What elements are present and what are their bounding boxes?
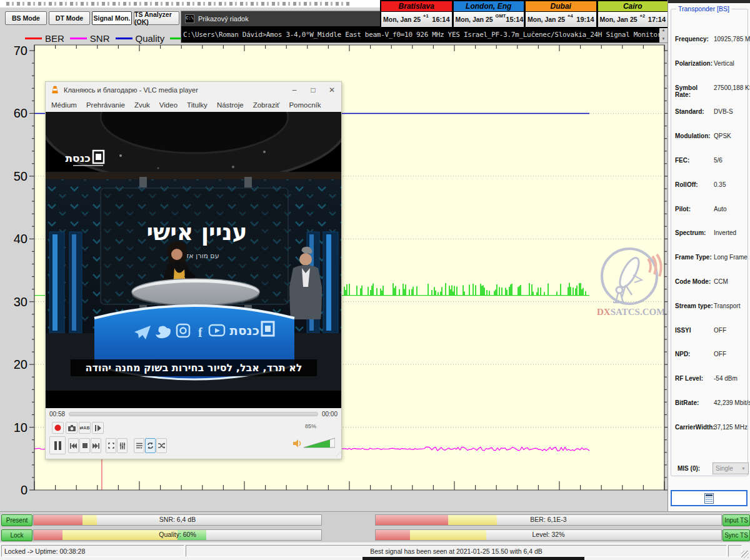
mis-dropdown[interactable]: Single ▼ [712, 462, 749, 474]
clock-timezone: GMT [496, 13, 506, 19]
random-button[interactable] [156, 438, 167, 453]
signal-mon-button[interactable]: Signal Mon. [92, 11, 132, 25]
pause-button[interactable] [49, 436, 66, 454]
maximize-button[interactable]: □ [304, 82, 322, 98]
bs-mode-button[interactable]: BS Mode [5, 11, 47, 25]
field-value: 27500,188 KS/s [714, 84, 750, 98]
legend-swatch [70, 38, 87, 39]
field-value: Auto [714, 206, 727, 212]
dt-mode-button[interactable]: DT Mode [49, 11, 90, 25]
transponder-title: Transponder [BS] [676, 5, 731, 12]
playlist-icon [136, 442, 142, 449]
vlc-menubar: MédiumPrehrávanieZvukVideoTitulkyNástroj… [46, 98, 341, 112]
transponder-field-codemode: Code Mode:CCM [675, 278, 745, 285]
console-scrollbar[interactable]: ▲ ▼ [659, 26, 668, 42]
ts-log-button[interactable] [671, 490, 748, 506]
ab-loop-button[interactable]: ⇄AB [79, 422, 91, 434]
loop-button[interactable] [145, 438, 156, 453]
legend-label: BER [45, 33, 64, 44]
clock-date: Mon, Jan 25 [600, 16, 638, 23]
field-value: Transport [714, 302, 740, 309]
volume-percent: 85% [305, 423, 316, 429]
clock-timezone: +2 [640, 13, 646, 19]
clock-cairo: CairoMon, Jan 25+217:14 [597, 0, 669, 28]
transponder-field-fec: FEC:5/6 [675, 157, 745, 164]
world-clocks: BratislavaMon, Jan 25+116:14London, EngM… [380, 0, 669, 28]
menu-item-zobrazi[interactable]: Zobraziť [253, 101, 280, 109]
bar-label: Level: 32% [376, 531, 721, 538]
effects-button[interactable] [117, 438, 128, 453]
field-label: ISSYI [675, 327, 714, 334]
uptime-status: Locked -> Uptime: 00:38:28 [1, 545, 184, 557]
clock-dubai: DubaiMon, Jan 25+419:14 [524, 0, 597, 28]
fullscreen-button[interactable] [106, 438, 116, 453]
field-value: OFF [714, 327, 726, 334]
vlc-window: Кланяюсь и благодарю - VLC media player … [45, 81, 342, 459]
field-value: -54 dBm [714, 375, 738, 382]
seek-slider[interactable] [69, 412, 318, 416]
field-label: RollOff: [675, 181, 714, 188]
field-value: 37,125 MHz [714, 424, 748, 431]
menu-item-mdium[interactable]: Médium [51, 101, 77, 109]
menu-item-video[interactable]: Video [159, 101, 178, 109]
close-button[interactable]: ✕ [322, 82, 341, 98]
scroll-down-icon[interactable]: ▼ [662, 35, 666, 42]
field-label: RF Level: [675, 375, 714, 382]
field-value: CCM [714, 278, 728, 285]
transponder-field-spectrum: Spectrum:Inverted [675, 229, 745, 236]
sync-ts-indicator[interactable]: Sync TS [722, 529, 750, 541]
resize-grip[interactable] [741, 551, 749, 558]
transponder-field-frametype: Frame Type:Long Frame [675, 254, 745, 261]
satellite-dish-icon [613, 255, 642, 302]
menu-item-pomocnk[interactable]: Pomocník [289, 101, 321, 109]
menu-item-zvuk[interactable]: Zvuk [134, 101, 150, 109]
ts-log-icon [704, 493, 714, 504]
menu-item-prehrvanie[interactable]: Prehrávanie [86, 101, 125, 109]
clock-time: 19:14 [576, 16, 594, 23]
transponder-field-carrierwidth: CarrierWidth:37,125 MHz [675, 424, 745, 431]
clock-date: Mon, Jan 25 [383, 16, 421, 23]
field-value: Inverted [714, 229, 736, 236]
clock-date: Mon, Jan 25 [456, 16, 493, 23]
input-ts-indicator[interactable]: Input TS [722, 514, 750, 526]
frame-by-frame-button[interactable] [92, 422, 104, 434]
transponder-groupbox: Transponder [BS] Frequency:10925,785 MHz… [671, 9, 748, 476]
y-axis-label: 0 [21, 483, 28, 497]
field-value: Vertical [714, 60, 734, 67]
stop-button[interactable] [79, 438, 90, 453]
menu-item-nstroje[interactable]: Nástroje [217, 101, 244, 109]
vlc-cone-icon [51, 86, 59, 94]
transponder-sidebar: Transponder [BS] Frequency:10925,785 MHz… [668, 0, 750, 511]
field-label: Frequency: [675, 36, 714, 42]
present-indicator[interactable]: Present [1, 514, 32, 526]
ts-analyzer-button[interactable]: TS Analyzer (OK) [134, 11, 179, 25]
legend-item-quality: Quality [116, 33, 165, 44]
quality-bar: Quality: 60% [33, 529, 322, 541]
chart-legend: BERSNRQuality [25, 31, 184, 45]
cmd-icon: C:\ [185, 14, 194, 23]
vlc-titlebar[interactable]: Кланяюсь и благодарю - VLC media player … [46, 82, 341, 98]
mis-label: MIS (0): [678, 465, 712, 472]
clock-london-eng: London, EngMon, Jan 25GMT15:14 [452, 0, 525, 28]
minimize-button[interactable]: – [285, 82, 304, 98]
lock-indicator[interactable]: Lock [1, 529, 32, 541]
watermark-rest: SATCS.COM [611, 307, 666, 317]
field-label: Stream type: [675, 302, 714, 309]
time-current: 00:58 [49, 411, 65, 418]
volume-slider[interactable] [304, 437, 335, 448]
previous-button[interactable] [68, 438, 79, 453]
clock-body: Mon, Jan 25+419:14 [526, 12, 596, 26]
record-button[interactable] [52, 422, 64, 434]
playlist-button[interactable] [134, 438, 144, 453]
transponder-field-npd: NPD:OFF [675, 351, 745, 358]
vlc-video-area: עניין אישי עם מורן אזולאי כנסת [46, 112, 341, 408]
vlc-title: Кланяюсь и благодарю - VLC media player [64, 86, 285, 94]
fullscreen-icon [108, 442, 114, 449]
menu-item-titulky[interactable]: Titulky [187, 101, 208, 109]
console-title: Prikazový riadok [198, 15, 249, 22]
snapshot-button[interactable] [66, 422, 78, 434]
transponder-field-bitrate: BitRate:42,239 Mbit/s [675, 399, 745, 406]
resize-grip-icon[interactable]: ⋰ [336, 451, 341, 457]
next-button[interactable] [91, 438, 101, 453]
vlc-controls: ⇄AB 85% [46, 419, 341, 458]
